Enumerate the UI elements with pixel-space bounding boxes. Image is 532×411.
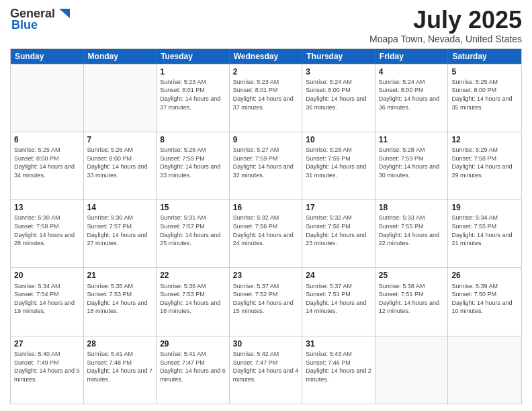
day-number: 13 bbox=[14, 202, 80, 213]
day-info: Sunrise: 5:23 AM Sunset: 8:01 PM Dayligh… bbox=[233, 78, 299, 111]
day-info: Sunrise: 5:38 AM Sunset: 7:51 PM Dayligh… bbox=[379, 282, 445, 316]
day-info: Sunrise: 5:34 AM Sunset: 7:54 PM Dayligh… bbox=[14, 282, 80, 316]
day-cell-1: 1Sunrise: 5:23 AM Sunset: 8:01 PM Daylig… bbox=[157, 64, 230, 132]
day-info: Sunrise: 5:34 AM Sunset: 7:55 PM Dayligh… bbox=[451, 214, 518, 247]
day-cell-20: 20Sunrise: 5:34 AM Sunset: 7:54 PM Dayli… bbox=[11, 268, 84, 335]
day-cell-25: 25Sunrise: 5:38 AM Sunset: 7:51 PM Dayli… bbox=[375, 268, 449, 335]
logo: General Blue bbox=[10, 7, 71, 32]
empty-cell bbox=[375, 336, 449, 404]
day-info: Sunrise: 5:26 AM Sunset: 8:00 PM Dayligh… bbox=[87, 146, 153, 179]
day-info: Sunrise: 5:39 AM Sunset: 7:50 PM Dayligh… bbox=[451, 282, 518, 316]
calendar-row-3: 13Sunrise: 5:30 AM Sunset: 7:58 PM Dayli… bbox=[11, 199, 521, 267]
day-info: Sunrise: 5:25 AM Sunset: 8:00 PM Dayligh… bbox=[14, 146, 80, 179]
day-cell-14: 14Sunrise: 5:30 AM Sunset: 7:57 PM Dayli… bbox=[84, 200, 157, 267]
weekday-header-monday: Monday bbox=[84, 49, 157, 64]
day-cell-24: 24Sunrise: 5:37 AM Sunset: 7:51 PM Dayli… bbox=[302, 268, 375, 335]
day-cell-6: 6Sunrise: 5:25 AM Sunset: 8:00 PM Daylig… bbox=[11, 132, 84, 199]
day-cell-11: 11Sunrise: 5:28 AM Sunset: 7:59 PM Dayli… bbox=[375, 132, 449, 199]
day-info: Sunrise: 5:42 AM Sunset: 7:47 PM Dayligh… bbox=[233, 350, 299, 383]
location-title: Moapa Town, Nevada, United States bbox=[369, 34, 522, 44]
weekday-header-sunday: Sunday bbox=[11, 49, 84, 64]
day-cell-10: 10Sunrise: 5:28 AM Sunset: 7:59 PM Dayli… bbox=[302, 132, 375, 199]
weekday-header-tuesday: Tuesday bbox=[157, 49, 230, 64]
day-cell-4: 4Sunrise: 5:24 AM Sunset: 8:00 PM Daylig… bbox=[375, 64, 449, 132]
day-number: 3 bbox=[306, 66, 371, 77]
logo-icon bbox=[56, 7, 71, 19]
day-number: 12 bbox=[451, 134, 518, 145]
day-number: 28 bbox=[87, 338, 153, 349]
day-cell-5: 5Sunrise: 5:25 AM Sunset: 8:00 PM Daylig… bbox=[448, 64, 521, 132]
day-info: Sunrise: 5:37 AM Sunset: 7:51 PM Dayligh… bbox=[306, 282, 371, 316]
day-number: 5 bbox=[451, 66, 518, 77]
day-number: 7 bbox=[87, 134, 153, 145]
day-cell-2: 2Sunrise: 5:23 AM Sunset: 8:01 PM Daylig… bbox=[230, 64, 303, 132]
calendar-body: 1Sunrise: 5:23 AM Sunset: 8:01 PM Daylig… bbox=[11, 64, 521, 404]
day-info: Sunrise: 5:33 AM Sunset: 7:55 PM Dayligh… bbox=[379, 214, 445, 247]
month-title: July 2025 bbox=[369, 7, 522, 34]
svg-marker-0 bbox=[59, 9, 70, 18]
weekday-header-thursday: Thursday bbox=[302, 49, 375, 64]
day-cell-12: 12Sunrise: 5:29 AM Sunset: 7:58 PM Dayli… bbox=[448, 132, 521, 199]
day-number: 26 bbox=[451, 270, 518, 281]
day-number: 24 bbox=[306, 270, 371, 281]
day-info: Sunrise: 5:32 AM Sunset: 7:56 PM Dayligh… bbox=[306, 214, 371, 247]
day-number: 18 bbox=[379, 202, 445, 213]
day-number: 9 bbox=[233, 134, 299, 145]
day-number: 15 bbox=[160, 202, 226, 213]
day-cell-13: 13Sunrise: 5:30 AM Sunset: 7:58 PM Dayli… bbox=[11, 200, 84, 267]
day-cell-21: 21Sunrise: 5:35 AM Sunset: 7:53 PM Dayli… bbox=[84, 268, 157, 335]
day-cell-26: 26Sunrise: 5:39 AM Sunset: 7:50 PM Dayli… bbox=[448, 268, 521, 335]
day-number: 1 bbox=[160, 66, 226, 77]
day-cell-16: 16Sunrise: 5:32 AM Sunset: 7:56 PM Dayli… bbox=[230, 200, 303, 267]
calendar-row-1: 1Sunrise: 5:23 AM Sunset: 8:01 PM Daylig… bbox=[11, 64, 521, 132]
day-info: Sunrise: 5:25 AM Sunset: 8:00 PM Dayligh… bbox=[451, 78, 518, 111]
day-number: 25 bbox=[379, 270, 445, 281]
day-number: 17 bbox=[306, 202, 371, 213]
day-number: 31 bbox=[306, 338, 371, 349]
day-number: 19 bbox=[451, 202, 518, 213]
day-cell-3: 3Sunrise: 5:24 AM Sunset: 8:00 PM Daylig… bbox=[302, 64, 375, 132]
day-info: Sunrise: 5:41 AM Sunset: 7:48 PM Dayligh… bbox=[87, 350, 153, 383]
day-cell-30: 30Sunrise: 5:42 AM Sunset: 7:47 PM Dayli… bbox=[230, 336, 303, 404]
day-info: Sunrise: 5:41 AM Sunset: 7:47 PM Dayligh… bbox=[160, 350, 226, 383]
day-cell-22: 22Sunrise: 5:36 AM Sunset: 7:53 PM Dayli… bbox=[157, 268, 230, 335]
day-number: 29 bbox=[160, 338, 226, 349]
day-cell-8: 8Sunrise: 5:26 AM Sunset: 7:59 PM Daylig… bbox=[157, 132, 230, 199]
empty-cell bbox=[448, 336, 521, 404]
empty-cell bbox=[84, 64, 157, 132]
day-number: 2 bbox=[233, 66, 299, 77]
day-number: 11 bbox=[379, 134, 445, 145]
calendar-row-4: 20Sunrise: 5:34 AM Sunset: 7:54 PM Dayli… bbox=[11, 267, 521, 335]
day-number: 4 bbox=[379, 66, 445, 77]
day-info: Sunrise: 5:30 AM Sunset: 7:57 PM Dayligh… bbox=[87, 214, 153, 247]
weekday-header-saturday: Saturday bbox=[448, 49, 521, 64]
day-info: Sunrise: 5:29 AM Sunset: 7:58 PM Dayligh… bbox=[451, 146, 518, 179]
day-number: 27 bbox=[14, 338, 80, 349]
day-cell-9: 9Sunrise: 5:27 AM Sunset: 7:59 PM Daylig… bbox=[230, 132, 303, 199]
header: General Blue July 2025 Moapa Town, Nevad… bbox=[10, 7, 522, 44]
day-info: Sunrise: 5:28 AM Sunset: 7:59 PM Dayligh… bbox=[379, 146, 445, 179]
calendar: SundayMondayTuesdayWednesdayThursdayFrid… bbox=[10, 48, 522, 404]
day-info: Sunrise: 5:27 AM Sunset: 7:59 PM Dayligh… bbox=[233, 146, 299, 179]
day-info: Sunrise: 5:43 AM Sunset: 7:46 PM Dayligh… bbox=[306, 350, 371, 383]
calendar-header: SundayMondayTuesdayWednesdayThursdayFrid… bbox=[11, 49, 521, 64]
day-cell-27: 27Sunrise: 5:40 AM Sunset: 7:49 PM Dayli… bbox=[11, 336, 84, 404]
day-cell-29: 29Sunrise: 5:41 AM Sunset: 7:47 PM Dayli… bbox=[157, 336, 230, 404]
day-number: 22 bbox=[160, 270, 226, 281]
day-info: Sunrise: 5:31 AM Sunset: 7:57 PM Dayligh… bbox=[160, 214, 226, 247]
day-info: Sunrise: 5:37 AM Sunset: 7:52 PM Dayligh… bbox=[233, 282, 299, 316]
day-info: Sunrise: 5:40 AM Sunset: 7:49 PM Dayligh… bbox=[14, 350, 80, 383]
day-number: 16 bbox=[233, 202, 299, 213]
day-info: Sunrise: 5:26 AM Sunset: 7:59 PM Dayligh… bbox=[160, 146, 226, 179]
day-info: Sunrise: 5:36 AM Sunset: 7:53 PM Dayligh… bbox=[160, 282, 226, 316]
day-cell-31: 31Sunrise: 5:43 AM Sunset: 7:46 PM Dayli… bbox=[302, 336, 375, 404]
weekday-header-wednesday: Wednesday bbox=[230, 49, 303, 64]
day-number: 23 bbox=[233, 270, 299, 281]
day-cell-28: 28Sunrise: 5:41 AM Sunset: 7:48 PM Dayli… bbox=[84, 336, 157, 404]
empty-cell bbox=[11, 64, 84, 132]
day-info: Sunrise: 5:32 AM Sunset: 7:56 PM Dayligh… bbox=[233, 214, 299, 247]
day-cell-7: 7Sunrise: 5:26 AM Sunset: 8:00 PM Daylig… bbox=[84, 132, 157, 199]
calendar-page: General Blue July 2025 Moapa Town, Nevad… bbox=[0, 0, 532, 411]
day-info: Sunrise: 5:24 AM Sunset: 8:00 PM Dayligh… bbox=[306, 78, 371, 111]
day-info: Sunrise: 5:30 AM Sunset: 7:58 PM Dayligh… bbox=[14, 214, 80, 247]
